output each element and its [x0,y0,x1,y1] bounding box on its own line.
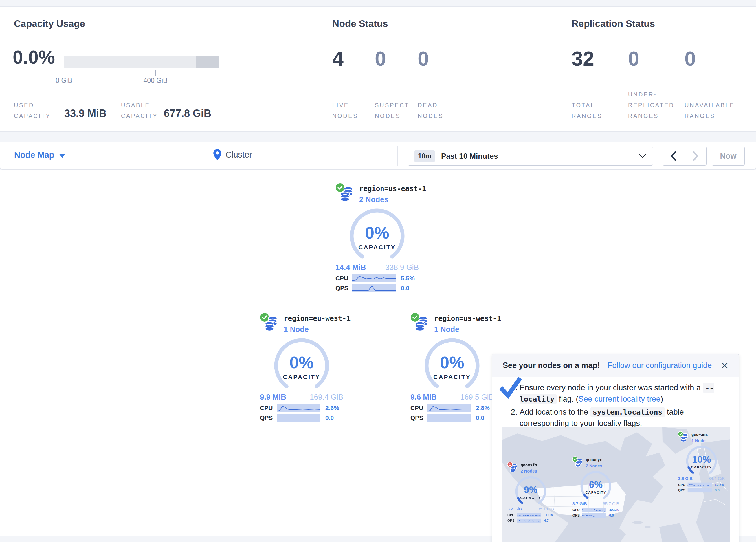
time-range-select[interactable]: 10m Past 10 Minutes [408,146,653,166]
live-nodes-value: 4 [332,47,344,70]
capacity-percent: 10% [676,454,727,465]
bar-tick [110,70,110,76]
total-bytes: 34.4 GiB [709,476,725,481]
cpu-value: 42.5% [609,508,619,512]
region-node-us-east-1[interactable]: region=us-east-1 2 Nodes 0% CAPACITY 14.… [331,182,423,293]
now-button[interactable]: Now [712,146,745,166]
capacity-caption: CAPACITY [406,374,498,381]
locality-node-count: 2 Nodes [586,464,602,469]
next-time-button[interactable] [685,147,707,165]
view-selector-dropdown[interactable]: Node Map [14,150,65,160]
capacity-caption: CAPACITY [570,491,622,495]
qps-label: QPS [410,414,427,421]
node-map-canvas: region=us-east-1 2 Nodes 0% CAPACITY 14.… [0,170,756,536]
cpu-value: 2.8% [476,405,490,412]
qps-label: QPS [678,488,687,492]
qps-value: 0.0 [401,285,409,292]
chevron-down-icon [59,154,65,158]
total-bytes: 65.7 GiB [603,501,619,506]
used-bytes: 3.6 GiB [678,476,693,481]
chevron-right-icon [693,151,698,161]
qps-sparkline [352,284,396,292]
cpu-label: CPU [572,508,582,512]
under-replicated-value: 0 [628,47,639,70]
region-title: region=eu-west-1 [284,315,351,323]
capacity-caption: CAPACITY [331,244,423,251]
locality-node-count: 2 Nodes [521,469,537,474]
under-replicated-label: UNDER-REPLICATED RANGES [628,80,677,121]
toolbar: Node Map Cluster 10m Past 10 Minutes Now [0,142,756,170]
dead-nodes-value: 0 [418,47,429,70]
used-bytes: 9.6 MiB [410,393,437,402]
region-node-us-west-1[interactable]: region=us-west-1 1 Node 0% CAPACITY 9.6 … [406,312,498,422]
capacity-percent: 6% [570,479,622,490]
time-range-badge: 10m [414,150,435,162]
used-bytes: 3.7 GiB [572,501,587,506]
capacity-usage-bar [64,56,219,68]
capacity-percent: 0% [406,353,498,372]
locality-title: geo=sfo [521,463,537,467]
region-title: region=us-east-1 [359,185,426,193]
node-status-title: Node Status [332,18,388,29]
database-stack-icon [339,186,356,204]
qps-label: QPS [260,414,277,421]
toolbar-divider [397,146,398,166]
popup-header: See your nodes on a map! Follow our conf… [492,354,739,377]
locality-title: geo=ams [691,432,708,437]
capacity-caption: CAPACITY [255,374,348,381]
qps-sparkline [277,414,320,422]
prev-time-button[interactable] [663,147,685,165]
instruction-step-2: Add locations to the system.locations ta… [520,407,730,429]
qps-value: 0.0 [325,414,334,421]
locality-tree-link[interactable]: See current locality tree [578,395,660,403]
capacity-usage-percent: 0.0% [13,47,55,68]
region-title: region=us-west-1 [434,315,501,323]
qps-label: QPS [572,514,582,517]
bar-tick [64,70,64,76]
capacity-percent: 9% [505,484,557,495]
qps-value: 0.0 [609,514,614,517]
time-pager [663,146,707,166]
total-ranges-value: 32 [572,47,594,70]
stats-panel: Capacity Usage 0.0% 0 GiB 400 GiB USED C… [0,6,756,132]
used-bytes: 3.2 GiB [507,507,522,512]
cpu-sparkline [277,404,320,412]
popup-title: See your nodes on a map! [503,361,600,370]
database-stack-icon [509,464,519,474]
cpu-sparkline [582,508,606,512]
total-bytes: 169.5 GiB [460,393,494,402]
instruction-step-1: Ensure every node in your cluster was st… [520,382,730,405]
view-selector-label: Node Map [14,150,54,160]
database-stack-icon [263,316,280,334]
suspect-nodes-label: SUSPECT NODES [375,91,412,121]
map-node-sfo[interactable]: 1 geo=sfo 2 Nodes 9% CAPACITY 3.2 GiB 35… [505,462,557,523]
cpu-label: CPU [507,513,517,517]
region-node-eu-west-1[interactable]: region=eu-west-1 1 Node 0% CAPACITY 9.9 … [255,312,348,422]
cpu-sparkline [427,404,471,412]
configuration-guide-link[interactable]: Follow our configuration guide [608,361,712,370]
cpu-label: CPU [260,405,277,412]
cpu-value: 12.3% [715,483,724,487]
cpu-value: 11.0% [544,513,554,517]
map-node-nyc[interactable]: geo=nyc 2 Nodes 6% CAPACITY 3.7 GiB 65.7… [570,456,622,518]
system-locations-code: system.locations [590,407,665,417]
close-icon[interactable]: ✕ [721,361,729,370]
capacity-percent: 0% [331,223,423,242]
dead-nodes-label: DEAD NODES [418,91,449,121]
qps-sparkline [517,519,541,523]
usable-capacity-value: 677.8 GiB [164,107,211,120]
used-bytes: 14.4 MiB [335,263,366,272]
cpu-sparkline [517,513,541,518]
chevron-down-icon [639,154,646,158]
qps-value: 4.7 [544,519,549,523]
used-bytes: 9.9 MiB [260,393,286,402]
bar-tick [201,70,201,76]
map-node-ams[interactable]: geo=ams 1 Node 10% CAPACITY 3.6 GiB 34.4… [676,431,727,493]
region-node-count: 1 Node [434,325,459,334]
cpu-label: CPU [678,483,687,487]
breadcrumb[interactable]: Cluster [213,149,252,160]
usable-capacity-label: USABLE CAPACITY [121,99,167,121]
bar-tick [155,70,156,76]
time-range-label: Past 10 Minutes [441,152,639,161]
database-stack-icon [680,433,689,443]
